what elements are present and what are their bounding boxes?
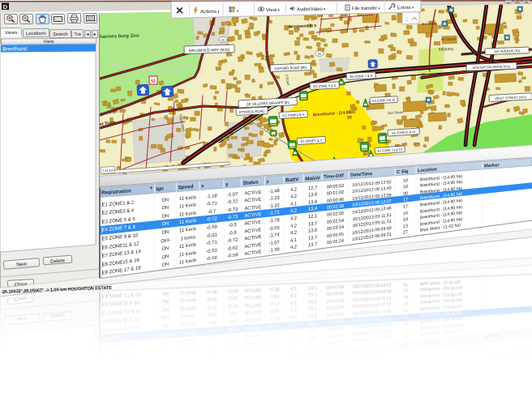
svg-text:4th Street: 4th Street: [441, 36, 457, 41]
svg-text:99: 99: [318, 53, 321, 56]
svg-text:Killarney: Killarney: [439, 47, 454, 52]
svg-text:99: 99: [221, 39, 225, 42]
svg-text:::: ::: [405, 16, 409, 22]
svg-text:52: 52: [151, 79, 156, 83]
